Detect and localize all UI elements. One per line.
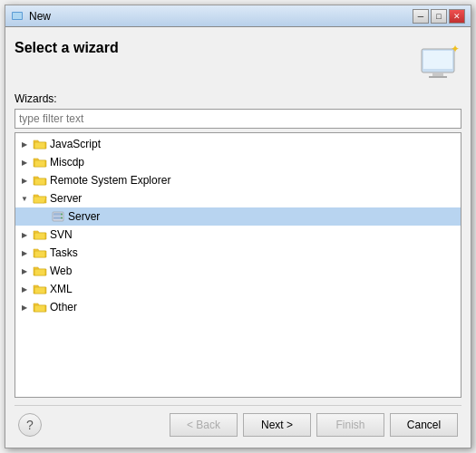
close-button[interactable]: ✕ bbox=[449, 9, 465, 24]
svg-rect-5 bbox=[429, 76, 447, 78]
item-label: Other bbox=[50, 301, 77, 313]
expand-arrow[interactable]: ▶ bbox=[19, 302, 30, 313]
minimize-button[interactable]: ─ bbox=[413, 9, 429, 24]
folder-icon bbox=[33, 138, 47, 150]
content-area: Select a wizard ✦ Wizards: ▶ Ja bbox=[5, 27, 471, 448]
back-button[interactable]: < Back bbox=[170, 413, 238, 437]
window-title: New bbox=[29, 10, 413, 23]
folder-icon bbox=[33, 156, 47, 169]
header-section: Select a wizard ✦ bbox=[15, 36, 461, 83]
item-label: JavaScript bbox=[50, 138, 101, 150]
item-label: XML bbox=[50, 283, 73, 295]
list-item[interactable]: ▶ Web bbox=[15, 262, 461, 280]
expand-arrow[interactable]: ▶ bbox=[19, 157, 30, 168]
cancel-button[interactable]: Cancel bbox=[390, 413, 458, 437]
expand-arrow[interactable]: ▶ bbox=[19, 247, 30, 258]
wizard-icon: ✦ bbox=[414, 36, 461, 83]
list-item[interactable]: ▶ SVN bbox=[15, 226, 461, 244]
title-bar: New ─ □ ✕ bbox=[5, 5, 471, 27]
help-button[interactable]: ? bbox=[18, 413, 42, 437]
server-icon bbox=[51, 210, 65, 223]
item-label: Server bbox=[50, 192, 82, 205]
wizards-label: Wizards: bbox=[15, 92, 461, 105]
list-item[interactable]: ▶ Miscdp bbox=[15, 153, 461, 171]
page-title: Select a wizard bbox=[15, 36, 119, 60]
tree-list[interactable]: ▶ JavaScript▶ Miscdp▶ Remote System Expl… bbox=[15, 133, 461, 397]
svg-rect-4 bbox=[432, 72, 443, 76]
filter-input[interactable] bbox=[15, 109, 461, 129]
list-item[interactable]: ▶ Tasks bbox=[15, 244, 461, 262]
svg-rect-17 bbox=[34, 269, 45, 275]
list-item[interactable]: ▶ JavaScript bbox=[15, 135, 461, 153]
folder-icon bbox=[33, 246, 47, 259]
footer-right: < Back Next > Finish Cancel bbox=[170, 413, 458, 437]
list-item[interactable]: ▶ Other bbox=[15, 298, 461, 316]
item-label: Web bbox=[50, 265, 72, 277]
svg-rect-16 bbox=[34, 251, 45, 257]
tree-container: ▶ JavaScript▶ Miscdp▶ Remote System Expl… bbox=[15, 132, 461, 398]
item-label: Remote System Explorer bbox=[50, 174, 170, 187]
list-item[interactable]: ▶ Server bbox=[15, 207, 461, 226]
window: New ─ □ ✕ Select a wizard ✦ bbox=[5, 5, 471, 448]
folder-icon bbox=[33, 228, 47, 241]
folder-icon bbox=[33, 283, 47, 295]
folder-icon bbox=[33, 192, 47, 205]
item-label: Server bbox=[68, 210, 100, 223]
next-button[interactable]: Next > bbox=[243, 413, 311, 437]
footer: ? < Back Next > Finish Cancel bbox=[15, 406, 461, 439]
svg-point-13 bbox=[61, 214, 63, 216]
folder-icon bbox=[33, 301, 47, 313]
footer-left: ? bbox=[18, 413, 42, 437]
finish-button[interactable]: Finish bbox=[316, 413, 384, 437]
expand-arrow[interactable]: ▶ bbox=[19, 265, 30, 276]
collapse-arrow[interactable]: ▼ bbox=[19, 193, 30, 204]
svg-rect-15 bbox=[34, 233, 45, 239]
expand-arrow[interactable]: ▶ bbox=[19, 229, 30, 240]
expand-arrow[interactable]: ▶ bbox=[19, 175, 30, 186]
window-icon bbox=[11, 9, 25, 24]
expand-arrow[interactable]: ▶ bbox=[19, 284, 30, 294]
list-item[interactable]: ▼ Server bbox=[15, 189, 461, 207]
expand-arrow[interactable]: ▶ bbox=[19, 139, 30, 149]
svg-text:✦: ✦ bbox=[451, 43, 460, 55]
svg-rect-8 bbox=[34, 160, 45, 167]
svg-rect-1 bbox=[13, 13, 22, 19]
folder-icon bbox=[33, 265, 47, 277]
svg-rect-3 bbox=[423, 51, 452, 69]
maximize-button[interactable]: □ bbox=[431, 9, 447, 24]
svg-rect-19 bbox=[34, 305, 45, 312]
title-bar-buttons: ─ □ ✕ bbox=[413, 9, 465, 24]
svg-rect-7 bbox=[34, 142, 45, 149]
item-label: SVN bbox=[50, 228, 73, 241]
svg-point-14 bbox=[61, 217, 63, 219]
item-label: Miscdp bbox=[50, 156, 84, 169]
svg-rect-18 bbox=[34, 287, 45, 294]
folder-icon bbox=[33, 174, 47, 187]
item-label: Tasks bbox=[50, 246, 78, 259]
svg-rect-9 bbox=[34, 178, 45, 185]
list-item[interactable]: ▶ Remote System Explorer bbox=[15, 171, 461, 189]
list-item[interactable]: ▶ XML bbox=[15, 280, 461, 298]
